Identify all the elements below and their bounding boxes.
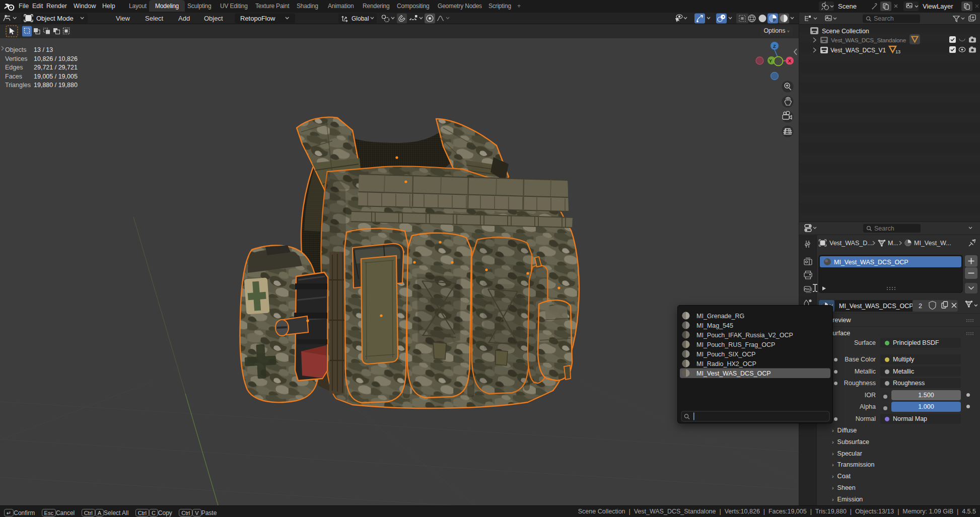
svg-text:Search: Search: [874, 225, 894, 232]
svg-text:Z: Z: [773, 43, 776, 49]
svg-text:Select: Select: [145, 15, 164, 22]
svg-text:Vest_WAS_D...: Vest_WAS_D...: [829, 240, 873, 247]
svg-text:X: X: [788, 58, 792, 63]
svg-text:MI_Vest_WAS_DCS_OCP: MI_Vest_WAS_DCS_OCP: [839, 303, 914, 310]
svg-text:Object: Object: [204, 15, 223, 22]
svg-text:Scene Collection: Scene Collection: [822, 28, 869, 35]
svg-text:MI_Grenade_RG: MI_Grenade_RG: [696, 313, 744, 320]
svg-text:M...: M...: [888, 240, 898, 247]
svg-text:2: 2: [919, 303, 922, 310]
svg-text:MI_Vest_W...: MI_Vest_W...: [914, 240, 951, 247]
svg-text:View: View: [116, 15, 130, 22]
svg-text:Vest_WAS_DCS_Standalone: Vest_WAS_DCS_Standalone: [831, 37, 906, 44]
svg-text:MI_Vest_WAS_DCS_OCP: MI_Vest_WAS_DCS_OCP: [834, 259, 908, 266]
svg-text:MI_Vest_WAS_DCS_OCP: MI_Vest_WAS_DCS_OCP: [696, 370, 771, 377]
svg-text:Global: Global: [352, 15, 369, 22]
svg-text:MI_Pouch_RUS_Frag_OCP: MI_Pouch_RUS_Frag_OCP: [696, 341, 775, 348]
svg-text:MI_Pouch_IFAK_Russia_V2_OCP: MI_Pouch_IFAK_Russia_V2_OCP: [696, 332, 793, 339]
svg-text:MI_Pouch_SIX_OCP: MI_Pouch_SIX_OCP: [696, 351, 755, 358]
svg-text:Vest_WAS_DCS_V1: Vest_WAS_DCS_V1: [830, 47, 886, 54]
svg-text:Search: Search: [874, 15, 894, 22]
svg-text:MI_Mag_545: MI_Mag_545: [696, 322, 733, 329]
svg-text:Scene: Scene: [838, 3, 857, 10]
svg-text:RetopoFlow: RetopoFlow: [240, 15, 275, 22]
svg-text:Object Mode: Object Mode: [36, 15, 74, 22]
svg-text:MI_Radio_HX2_OCP: MI_Radio_HX2_OCP: [696, 360, 756, 367]
svg-text:Y: Y: [769, 58, 773, 63]
svg-text:13: 13: [895, 49, 900, 54]
svg-text:ViewLayer: ViewLayer: [923, 3, 953, 10]
svg-text:Add: Add: [178, 15, 190, 22]
